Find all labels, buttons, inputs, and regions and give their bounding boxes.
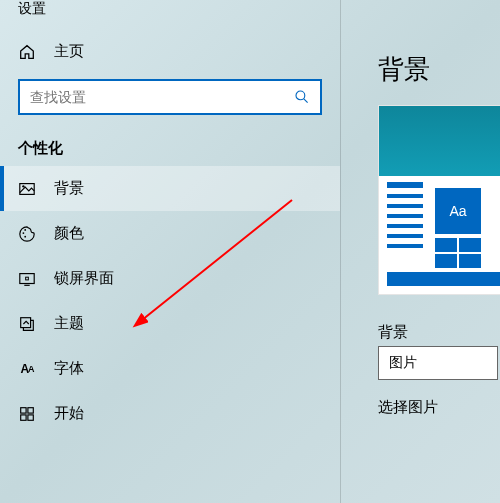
svg-point-0 [296, 91, 305, 100]
font-icon: AA [18, 360, 36, 378]
search-icon [294, 89, 310, 105]
svg-point-5 [24, 229, 26, 231]
svg-rect-9 [26, 277, 29, 280]
svg-rect-14 [28, 414, 33, 419]
picture-icon [18, 180, 36, 198]
settings-sidebar: 设置 主页 个性化 背景 颜色 锁屏界面 主题 [0, 0, 340, 503]
svg-point-4 [23, 232, 25, 234]
window-title-truncated: 设置 [0, 0, 340, 32]
sidebar-item-label: 主题 [54, 314, 84, 333]
svg-rect-7 [20, 273, 34, 283]
sidebar-item-themes[interactable]: 主题 [0, 301, 340, 346]
sidebar-item-lockscreen[interactable]: 锁屏界面 [0, 256, 340, 301]
background-type-dropdown[interactable]: 图片 [378, 346, 498, 380]
search-input[interactable] [30, 89, 294, 105]
home-icon [18, 43, 36, 61]
sidebar-item-label: 字体 [54, 359, 84, 378]
sidebar-item-label: 背景 [54, 179, 84, 198]
dropdown-value: 图片 [389, 354, 417, 372]
search-input-container[interactable] [18, 79, 322, 115]
sidebar-item-start[interactable]: 开始 [0, 391, 340, 436]
sidebar-item-fonts[interactable]: AA 字体 [0, 346, 340, 391]
start-icon [18, 405, 36, 423]
svg-rect-13 [21, 414, 26, 419]
vertical-divider [340, 0, 341, 503]
svg-point-3 [22, 185, 24, 187]
sidebar-item-colors[interactable]: 颜色 [0, 211, 340, 256]
content-title: 背景 [360, 0, 500, 105]
sidebar-item-label: 颜色 [54, 224, 84, 243]
select-picture-label: 选择图片 [378, 398, 500, 417]
sidebar-item-background[interactable]: 背景 [0, 166, 340, 211]
lockscreen-icon [18, 270, 36, 288]
palette-icon [18, 225, 36, 243]
sidebar-item-label: 开始 [54, 404, 84, 423]
themes-icon [18, 315, 36, 333]
home-button[interactable]: 主页 [0, 32, 340, 71]
background-label: 背景 [378, 323, 500, 342]
desktop-preview: Aa [378, 105, 500, 295]
svg-rect-12 [28, 407, 33, 412]
home-label: 主页 [54, 42, 84, 61]
preview-tile-aa: Aa [435, 188, 481, 234]
svg-line-1 [304, 99, 308, 103]
section-header-personalization: 个性化 [0, 133, 340, 166]
sidebar-item-label: 锁屏界面 [54, 269, 114, 288]
svg-rect-10 [21, 317, 31, 327]
content-pane: 背景 Aa 背景 图片 选择图片 [360, 0, 500, 417]
svg-point-6 [24, 235, 26, 237]
svg-rect-11 [21, 407, 26, 412]
